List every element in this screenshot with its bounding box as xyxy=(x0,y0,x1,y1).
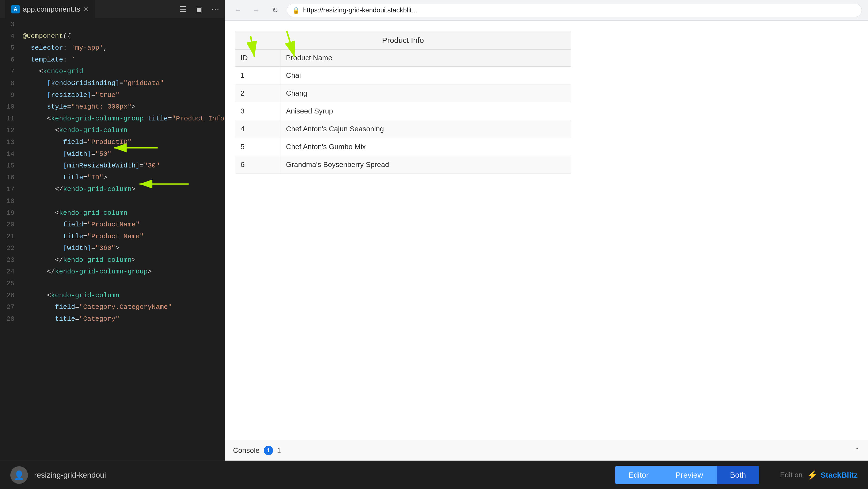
avatar: 👤 xyxy=(10,466,28,484)
code-line: 19 <kendo-grid-column xyxy=(0,207,224,219)
line-content: template: ` xyxy=(21,55,224,65)
cell-id: 6 xyxy=(235,156,281,174)
more-options-icon[interactable]: ⋯ xyxy=(211,4,219,14)
editor-panel: A app.component.ts ✕ ☰ ▣ ⋯ 34@Component(… xyxy=(0,0,225,461)
line-number: 10 xyxy=(0,101,21,113)
line-content: field="ProductName" xyxy=(21,219,224,230)
table-row: 5Chef Anton's Gumbo Mix xyxy=(235,138,571,156)
cell-product-name: Aniseed Syrup xyxy=(281,102,571,120)
line-number: 21 xyxy=(0,231,21,242)
code-line: 3 xyxy=(0,19,224,30)
line-number: 9 xyxy=(0,90,21,101)
main-area: A app.component.ts ✕ ☰ ▣ ⋯ 34@Component(… xyxy=(0,0,868,461)
split-editor-icon[interactable]: ▣ xyxy=(195,4,203,14)
code-line: 17 </kendo-grid-column> xyxy=(0,184,224,195)
line-content: [resizable]="true" xyxy=(21,90,224,101)
code-line: 18 xyxy=(0,195,224,207)
tab-file-icon: A xyxy=(11,5,20,13)
line-number: 19 xyxy=(0,208,21,219)
kendo-grid: Product Info ID Product Name 1Chai2Chang… xyxy=(235,31,571,174)
console-count: ℹ xyxy=(268,447,270,454)
line-number: 24 xyxy=(0,267,21,277)
line-content: <kendo-grid xyxy=(21,66,224,77)
line-content: @Component({ xyxy=(21,31,224,42)
browser-panel: ← → ↻ 🔒 https://resizing-grid-kendoui.st… xyxy=(225,0,868,461)
code-line: 27 field="Category.CategoryName" xyxy=(0,301,224,313)
tab-close-icon[interactable]: ✕ xyxy=(84,6,89,13)
line-number: 18 xyxy=(0,196,21,207)
line-number: 8 xyxy=(0,78,21,89)
menu-icon[interactable]: ☰ xyxy=(179,4,187,14)
editor-tab-bar: A app.component.ts ✕ ☰ ▣ ⋯ xyxy=(0,0,224,19)
line-content: </kendo-grid-column> xyxy=(21,255,224,266)
both-button[interactable]: Both xyxy=(717,466,760,484)
line-content: [width]="50" xyxy=(21,149,224,160)
cell-id: 1 xyxy=(235,66,281,85)
code-line: 28 title="Category" xyxy=(0,313,224,325)
edit-on-area: Edit on ⚡ StackBlitz xyxy=(780,470,858,480)
code-line: 21 title="Product Name" xyxy=(0,231,224,243)
stackblitz-bolt-icon: ⚡ xyxy=(807,470,817,480)
preview-button[interactable]: Preview xyxy=(662,466,717,484)
line-content: [kendoGridBinding]="gridData" xyxy=(21,78,224,89)
line-number: 3 xyxy=(0,19,21,30)
code-line: 12 <kendo-grid-column xyxy=(0,125,224,136)
line-content: title="ID"> xyxy=(21,173,224,183)
line-number: 17 xyxy=(0,184,21,195)
bottom-toolbar: 👤 resizing-grid-kendoui Editor Preview B… xyxy=(0,461,868,489)
code-line: 11 <kendo-grid-column-group title="Produ… xyxy=(0,113,224,125)
line-number: 15 xyxy=(0,160,21,171)
tab-toolbar-right: ☰ ▣ ⋯ xyxy=(179,4,219,14)
line-content: [width]="360"> xyxy=(21,243,224,254)
line-number: 13 xyxy=(0,137,21,148)
editor-tab[interactable]: A app.component.ts ✕ xyxy=(5,0,95,19)
back-button[interactable]: ← xyxy=(231,4,244,17)
line-content: </kendo-grid-column> xyxy=(21,184,224,195)
editor-wrapper: 34@Component({5 selector: 'my-app',6 tem… xyxy=(0,19,224,461)
console-chevron-icon[interactable]: ⌃ xyxy=(854,446,860,455)
line-number: 7 xyxy=(0,66,21,77)
line-number: 14 xyxy=(0,149,21,160)
line-number: 11 xyxy=(0,114,21,124)
cell-product-name: Grandma's Boysenberry Spread xyxy=(281,156,571,174)
line-content: title="Category" xyxy=(21,314,224,325)
tab-filename: app.component.ts xyxy=(23,5,80,13)
console-label: Console xyxy=(233,446,259,455)
cell-id: 3 xyxy=(235,102,281,120)
code-line: 20 field="ProductName" xyxy=(0,219,224,231)
line-number: 23 xyxy=(0,255,21,266)
table-row: 3Aniseed Syrup xyxy=(235,102,571,120)
reload-button[interactable]: ↻ xyxy=(268,4,282,17)
cell-id: 4 xyxy=(235,120,281,138)
line-number: 16 xyxy=(0,173,21,183)
cell-product-name: Chang xyxy=(281,85,571,102)
code-area[interactable]: 34@Component({5 selector: 'my-app',6 tem… xyxy=(0,19,224,325)
lock-icon: 🔒 xyxy=(292,7,300,14)
stackblitz-label: StackBlitz xyxy=(821,471,858,480)
code-line: 16 title="ID"> xyxy=(0,172,224,184)
browser-content: Product Info ID Product Name 1Chai2Chang… xyxy=(225,21,868,440)
editor-button[interactable]: Editor xyxy=(615,466,662,484)
line-number: 22 xyxy=(0,243,21,254)
address-bar[interactable]: 🔒 https://resizing-grid-kendoui.stackbli… xyxy=(287,4,862,17)
line-number: 25 xyxy=(0,278,21,289)
url-text: https://resizing-grid-kendoui.stackblit.… xyxy=(303,6,417,14)
cell-id: 5 xyxy=(235,138,281,156)
cell-product-name: Chai xyxy=(281,66,571,85)
line-number: 26 xyxy=(0,290,21,301)
forward-button[interactable]: → xyxy=(250,4,263,17)
table-row: 4Chef Anton's Cajun Seasoning xyxy=(235,120,571,138)
edit-on-label: Edit on xyxy=(780,471,802,479)
code-line: 4@Component({ xyxy=(0,30,224,42)
line-content: <kendo-grid-column xyxy=(21,208,224,219)
line-content: <kendo-grid-column xyxy=(21,125,224,136)
line-content: title="Product Name" xyxy=(21,231,224,242)
group-header: Product Info xyxy=(235,31,571,50)
console-badge: ℹ xyxy=(264,446,273,455)
cell-product-name: Chef Anton's Cajun Seasoning xyxy=(281,120,571,138)
line-content: field="Category.CategoryName" xyxy=(21,302,224,313)
stackblitz-logo[interactable]: ⚡ StackBlitz xyxy=(807,470,858,480)
line-content: style="height: 300px"> xyxy=(21,101,224,113)
code-line: 24 </kendo-grid-column-group> xyxy=(0,266,224,278)
console-count-text: 1 xyxy=(277,446,281,454)
